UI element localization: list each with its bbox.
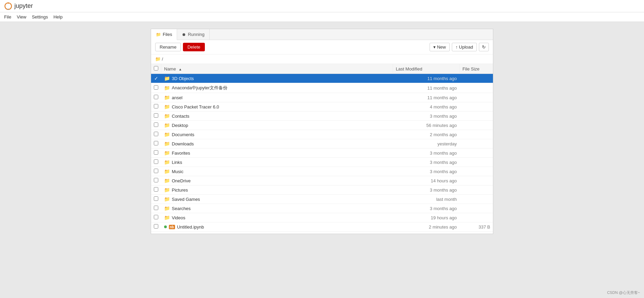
row-size-cell	[459, 185, 493, 195]
table-row[interactable]: 📁Desktop56 minutes ago	[151, 121, 493, 130]
row-checkbox[interactable]	[154, 224, 158, 229]
row-checkbox-cell	[151, 176, 161, 185]
name-column-header[interactable]: Name ▲	[161, 64, 393, 74]
refresh-button[interactable]: ↻	[479, 43, 489, 51]
row-checkbox[interactable]	[154, 206, 158, 210]
row-name-cell[interactable]: 📁OneDrive	[161, 176, 393, 185]
row-name-cell[interactable]: 📁Videos	[161, 213, 393, 222]
row-checkbox[interactable]	[154, 113, 158, 118]
row-name-cell[interactable]: 📁Searches	[161, 204, 393, 213]
row-checkbox-cell	[151, 112, 161, 121]
folder-icon: 📁	[164, 196, 170, 202]
table-row[interactable]: 📁OneDrive14 hours ago	[151, 176, 493, 185]
row-name-cell[interactable]: 📁Downloads	[161, 139, 393, 148]
table-row[interactable]: nbUntitled.ipynb2 minutes ago337 B	[151, 222, 493, 232]
row-size-cell	[459, 204, 493, 213]
row-checkbox[interactable]	[154, 215, 158, 219]
table-row[interactable]: 📁Saved Gameslast month	[151, 195, 493, 204]
table-row[interactable]: 📁Favorites3 months ago	[151, 148, 493, 158]
row-name-cell[interactable]: 📁Pictures	[161, 185, 393, 195]
row-size-cell	[459, 195, 493, 204]
table-row[interactable]: 📁ansel11 months ago	[151, 93, 493, 102]
row-name-cell[interactable]: 📁ansel	[161, 93, 393, 102]
row-modified-cell: 3 months ago	[393, 148, 460, 158]
new-button[interactable]: ▾ New	[430, 43, 450, 51]
row-checkbox-cell	[151, 185, 161, 195]
modified-column-header[interactable]: Last Modified	[393, 64, 460, 74]
table-row[interactable]: 📁Videos19 hours ago	[151, 213, 493, 222]
row-name-cell[interactable]: 📁Documents	[161, 130, 393, 139]
size-column-header[interactable]: File Size	[459, 64, 493, 74]
table-row[interactable]: 📁Music3 months ago	[151, 167, 493, 176]
folder-icon: 📁	[164, 150, 170, 156]
row-checkbox[interactable]	[154, 141, 158, 145]
row-checkbox[interactable]	[154, 150, 158, 155]
table-row[interactable]: 📁Pictures3 months ago	[151, 185, 493, 195]
row-checkbox[interactable]	[154, 169, 158, 173]
panel: 📁 Files ⏺ Running Rename Delete ▾ New ↑ …	[151, 29, 493, 234]
row-name-cell[interactable]: 📁Desktop	[161, 121, 393, 130]
menu-help[interactable]: Help	[53, 13, 63, 21]
row-checkbox[interactable]	[154, 132, 158, 136]
row-checkbox[interactable]	[154, 159, 158, 164]
row-checkbox-cell	[151, 148, 161, 158]
row-checkbox-cell	[151, 167, 161, 176]
row-name-cell[interactable]: 📁Cisco Packet Tracer 6.0	[161, 102, 393, 112]
tab-running[interactable]: ⏺ Running	[177, 29, 209, 40]
row-checkbox[interactable]	[154, 85, 158, 90]
menu-view[interactable]: View	[17, 13, 26, 21]
table-row[interactable]: 📁Anaconda中jupyter文件备份11 months ago	[151, 83, 493, 93]
row-size-cell	[459, 148, 493, 158]
menu-file[interactable]: File	[4, 13, 11, 21]
table-row[interactable]: 📁Downloadsyesterday	[151, 139, 493, 148]
sort-arrow-icon: ▲	[178, 67, 182, 71]
row-checkbox-cell	[151, 139, 161, 148]
row-name-cell[interactable]: 📁Saved Games	[161, 195, 393, 204]
select-all-header[interactable]	[151, 64, 161, 74]
menu-settings[interactable]: Settings	[32, 13, 48, 21]
rename-button[interactable]: Rename	[155, 43, 181, 51]
row-name-cell[interactable]: 📁Links	[161, 158, 393, 167]
row-name-cell[interactable]: 📁Contacts	[161, 112, 393, 121]
row-name-cell[interactable]: 📁Anaconda中jupyter文件备份	[161, 83, 393, 93]
select-all-checkbox[interactable]	[154, 66, 158, 70]
folder-icon: 📁	[164, 85, 170, 91]
menu-bar: File View Settings Help	[0, 12, 644, 22]
table-row[interactable]: 📁Searches3 months ago	[151, 204, 493, 213]
table-row[interactable]: 📁Contacts3 months ago	[151, 112, 493, 121]
svg-point-0	[5, 3, 11, 9]
files-tab-label: Files	[163, 32, 172, 37]
row-modified-cell: 3 months ago	[393, 158, 460, 167]
breadcrumb-path: 📁 /	[155, 56, 163, 62]
row-size-cell	[459, 102, 493, 112]
row-name-cell[interactable]: 📁Music	[161, 167, 393, 176]
row-checkbox[interactable]	[154, 187, 158, 192]
row-filename: Favorites	[172, 151, 190, 156]
row-name-cell[interactable]: nbUntitled.ipynb	[161, 222, 393, 232]
row-filename: Downloads	[172, 141, 194, 146]
row-name-cell[interactable]: 📁3D Objects	[161, 74, 393, 83]
svg-point-2	[8, 9, 9, 10]
row-modified-cell: 3 months ago	[393, 167, 460, 176]
row-name-cell[interactable]: 📁Favorites	[161, 148, 393, 158]
row-checkbox[interactable]	[154, 95, 158, 99]
row-checkbox[interactable]	[154, 178, 158, 182]
tab-files[interactable]: 📁 Files	[151, 29, 177, 40]
row-checkbox[interactable]	[154, 196, 158, 201]
table-row[interactable]: 📁Cisco Packet Tracer 6.04 months ago	[151, 102, 493, 112]
row-size-cell	[459, 213, 493, 222]
table-row[interactable]: 📁Documents2 months ago	[151, 130, 493, 139]
upload-button[interactable]: ↑ Upload	[452, 43, 477, 51]
row-checkbox[interactable]	[154, 122, 158, 127]
row-size-cell	[459, 74, 493, 83]
top-bar: jupyter	[0, 0, 644, 12]
delete-button[interactable]: Delete	[183, 43, 205, 51]
row-checkbox-cell	[151, 204, 161, 213]
row-filename: Videos	[172, 215, 186, 220]
table-row[interactable]: ✓📁3D Objects11 months ago	[151, 74, 493, 83]
row-checkbox[interactable]	[154, 104, 158, 108]
row-filename: Desktop	[172, 123, 188, 128]
row-modified-cell: last month	[393, 195, 460, 204]
row-filename: ansel	[172, 95, 183, 100]
table-row[interactable]: 📁Links3 months ago	[151, 158, 493, 167]
